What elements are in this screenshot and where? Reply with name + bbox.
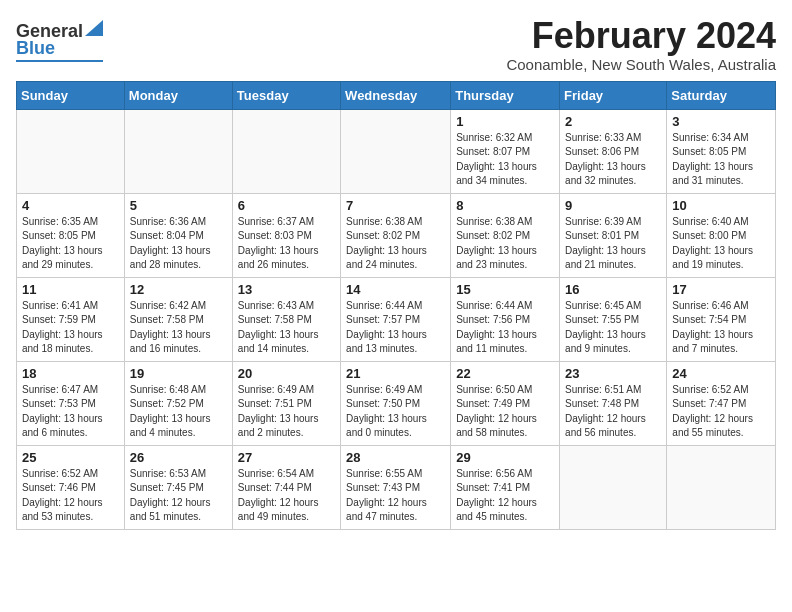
- calendar-day-cell: 23Sunrise: 6:51 AM Sunset: 7:48 PM Dayli…: [560, 361, 667, 445]
- day-number: 8: [456, 198, 554, 213]
- day-info: Sunrise: 6:46 AM Sunset: 7:54 PM Dayligh…: [672, 299, 770, 357]
- day-number: 25: [22, 450, 119, 465]
- calendar-day-cell: 7Sunrise: 6:38 AM Sunset: 8:02 PM Daylig…: [341, 193, 451, 277]
- calendar-day-header: Thursday: [451, 81, 560, 109]
- calendar-day-header: Friday: [560, 81, 667, 109]
- calendar-day-cell: 19Sunrise: 6:48 AM Sunset: 7:52 PM Dayli…: [124, 361, 232, 445]
- day-number: 1: [456, 114, 554, 129]
- day-number: 17: [672, 282, 770, 297]
- day-number: 3: [672, 114, 770, 129]
- day-number: 23: [565, 366, 661, 381]
- calendar-table: SundayMondayTuesdayWednesdayThursdayFrid…: [16, 81, 776, 530]
- day-info: Sunrise: 6:45 AM Sunset: 7:55 PM Dayligh…: [565, 299, 661, 357]
- day-info: Sunrise: 6:38 AM Sunset: 8:02 PM Dayligh…: [346, 215, 445, 273]
- day-info: Sunrise: 6:32 AM Sunset: 8:07 PM Dayligh…: [456, 131, 554, 189]
- calendar-day-cell: 14Sunrise: 6:44 AM Sunset: 7:57 PM Dayli…: [341, 277, 451, 361]
- calendar-day-cell: 11Sunrise: 6:41 AM Sunset: 7:59 PM Dayli…: [17, 277, 125, 361]
- day-number: 4: [22, 198, 119, 213]
- day-info: Sunrise: 6:48 AM Sunset: 7:52 PM Dayligh…: [130, 383, 227, 441]
- title-block: February 2024 Coonamble, New South Wales…: [506, 16, 776, 73]
- day-info: Sunrise: 6:39 AM Sunset: 8:01 PM Dayligh…: [565, 215, 661, 273]
- day-info: Sunrise: 6:35 AM Sunset: 8:05 PM Dayligh…: [22, 215, 119, 273]
- day-info: Sunrise: 6:56 AM Sunset: 7:41 PM Dayligh…: [456, 467, 554, 525]
- calendar-day-cell: 20Sunrise: 6:49 AM Sunset: 7:51 PM Dayli…: [232, 361, 340, 445]
- day-info: Sunrise: 6:49 AM Sunset: 7:51 PM Dayligh…: [238, 383, 335, 441]
- day-info: Sunrise: 6:44 AM Sunset: 7:57 PM Dayligh…: [346, 299, 445, 357]
- calendar-day-cell: 10Sunrise: 6:40 AM Sunset: 8:00 PM Dayli…: [667, 193, 776, 277]
- day-number: 5: [130, 198, 227, 213]
- day-info: Sunrise: 6:55 AM Sunset: 7:43 PM Dayligh…: [346, 467, 445, 525]
- page-header: General Blue February 2024 Coonamble, Ne…: [16, 16, 776, 73]
- calendar-header-row: SundayMondayTuesdayWednesdayThursdayFrid…: [17, 81, 776, 109]
- calendar-day-cell: [341, 109, 451, 193]
- day-number: 22: [456, 366, 554, 381]
- calendar-day-header: Monday: [124, 81, 232, 109]
- day-number: 24: [672, 366, 770, 381]
- day-number: 9: [565, 198, 661, 213]
- day-number: 16: [565, 282, 661, 297]
- day-info: Sunrise: 6:44 AM Sunset: 7:56 PM Dayligh…: [456, 299, 554, 357]
- logo-blue: Blue: [16, 38, 55, 59]
- day-number: 20: [238, 366, 335, 381]
- calendar-day-cell: 4Sunrise: 6:35 AM Sunset: 8:05 PM Daylig…: [17, 193, 125, 277]
- day-number: 28: [346, 450, 445, 465]
- day-number: 6: [238, 198, 335, 213]
- logo-arrow-icon: [85, 16, 103, 40]
- calendar-day-cell: 6Sunrise: 6:37 AM Sunset: 8:03 PM Daylig…: [232, 193, 340, 277]
- day-info: Sunrise: 6:42 AM Sunset: 7:58 PM Dayligh…: [130, 299, 227, 357]
- day-number: 11: [22, 282, 119, 297]
- day-info: Sunrise: 6:47 AM Sunset: 7:53 PM Dayligh…: [22, 383, 119, 441]
- day-number: 13: [238, 282, 335, 297]
- calendar-day-cell: 5Sunrise: 6:36 AM Sunset: 8:04 PM Daylig…: [124, 193, 232, 277]
- calendar-day-cell: 29Sunrise: 6:56 AM Sunset: 7:41 PM Dayli…: [451, 445, 560, 529]
- calendar-day-cell: 28Sunrise: 6:55 AM Sunset: 7:43 PM Dayli…: [341, 445, 451, 529]
- svg-marker-0: [85, 20, 103, 36]
- day-info: Sunrise: 6:52 AM Sunset: 7:46 PM Dayligh…: [22, 467, 119, 525]
- calendar-week-row: 11Sunrise: 6:41 AM Sunset: 7:59 PM Dayli…: [17, 277, 776, 361]
- calendar-day-cell: 22Sunrise: 6:50 AM Sunset: 7:49 PM Dayli…: [451, 361, 560, 445]
- calendar-day-header: Sunday: [17, 81, 125, 109]
- day-number: 19: [130, 366, 227, 381]
- calendar-week-row: 18Sunrise: 6:47 AM Sunset: 7:53 PM Dayli…: [17, 361, 776, 445]
- calendar-week-row: 4Sunrise: 6:35 AM Sunset: 8:05 PM Daylig…: [17, 193, 776, 277]
- calendar-day-cell: 13Sunrise: 6:43 AM Sunset: 7:58 PM Dayli…: [232, 277, 340, 361]
- calendar-day-header: Wednesday: [341, 81, 451, 109]
- day-info: Sunrise: 6:54 AM Sunset: 7:44 PM Dayligh…: [238, 467, 335, 525]
- calendar-day-header: Saturday: [667, 81, 776, 109]
- calendar-day-cell: 15Sunrise: 6:44 AM Sunset: 7:56 PM Dayli…: [451, 277, 560, 361]
- day-number: 7: [346, 198, 445, 213]
- logo-underline: [16, 60, 103, 62]
- day-number: 18: [22, 366, 119, 381]
- day-info: Sunrise: 6:52 AM Sunset: 7:47 PM Dayligh…: [672, 383, 770, 441]
- day-info: Sunrise: 6:33 AM Sunset: 8:06 PM Dayligh…: [565, 131, 661, 189]
- day-info: Sunrise: 6:37 AM Sunset: 8:03 PM Dayligh…: [238, 215, 335, 273]
- calendar-day-cell: 27Sunrise: 6:54 AM Sunset: 7:44 PM Dayli…: [232, 445, 340, 529]
- day-number: 15: [456, 282, 554, 297]
- day-number: 2: [565, 114, 661, 129]
- calendar-week-row: 1Sunrise: 6:32 AM Sunset: 8:07 PM Daylig…: [17, 109, 776, 193]
- calendar-day-cell: [17, 109, 125, 193]
- day-info: Sunrise: 6:51 AM Sunset: 7:48 PM Dayligh…: [565, 383, 661, 441]
- calendar-day-cell: [667, 445, 776, 529]
- calendar-week-row: 25Sunrise: 6:52 AM Sunset: 7:46 PM Dayli…: [17, 445, 776, 529]
- day-info: Sunrise: 6:41 AM Sunset: 7:59 PM Dayligh…: [22, 299, 119, 357]
- calendar-day-cell: [560, 445, 667, 529]
- location-title: Coonamble, New South Wales, Australia: [506, 56, 776, 73]
- day-number: 10: [672, 198, 770, 213]
- calendar-day-cell: 1Sunrise: 6:32 AM Sunset: 8:07 PM Daylig…: [451, 109, 560, 193]
- logo: General Blue: [16, 16, 103, 62]
- day-info: Sunrise: 6:38 AM Sunset: 8:02 PM Dayligh…: [456, 215, 554, 273]
- calendar-day-cell: 8Sunrise: 6:38 AM Sunset: 8:02 PM Daylig…: [451, 193, 560, 277]
- calendar-day-cell: 12Sunrise: 6:42 AM Sunset: 7:58 PM Dayli…: [124, 277, 232, 361]
- calendar-day-cell: 9Sunrise: 6:39 AM Sunset: 8:01 PM Daylig…: [560, 193, 667, 277]
- day-info: Sunrise: 6:43 AM Sunset: 7:58 PM Dayligh…: [238, 299, 335, 357]
- calendar-day-cell: 17Sunrise: 6:46 AM Sunset: 7:54 PM Dayli…: [667, 277, 776, 361]
- day-number: 29: [456, 450, 554, 465]
- day-number: 14: [346, 282, 445, 297]
- calendar-day-cell: [232, 109, 340, 193]
- calendar-day-cell: [124, 109, 232, 193]
- calendar-day-cell: 2Sunrise: 6:33 AM Sunset: 8:06 PM Daylig…: [560, 109, 667, 193]
- day-number: 21: [346, 366, 445, 381]
- calendar-day-cell: 26Sunrise: 6:53 AM Sunset: 7:45 PM Dayli…: [124, 445, 232, 529]
- calendar-day-cell: 16Sunrise: 6:45 AM Sunset: 7:55 PM Dayli…: [560, 277, 667, 361]
